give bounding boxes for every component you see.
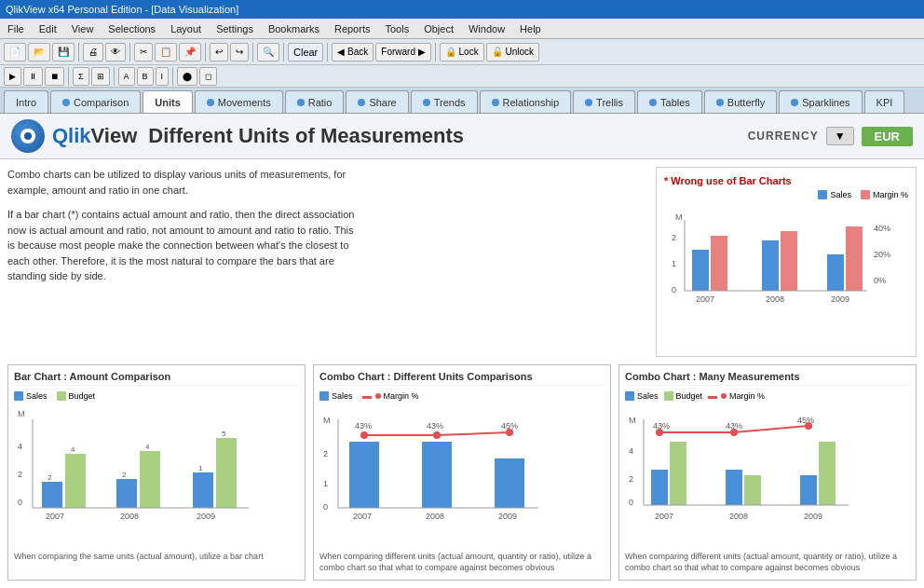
tab-sparklines[interactable]: Sparklines (779, 90, 862, 113)
menu-view[interactable]: View (64, 21, 102, 36)
paste-btn[interactable]: 📌 (179, 43, 201, 62)
tab-relationship[interactable]: Relationship (480, 90, 572, 113)
tab-sparklines-dot (791, 99, 798, 106)
tab-intro[interactable]: Intro (4, 90, 48, 113)
tab-share[interactable]: Share (346, 90, 408, 113)
menu-reports[interactable]: Reports (327, 21, 378, 36)
combo2-legend-margin-label: Margin % (729, 391, 765, 401)
search-btn[interactable]: 🔍 (257, 43, 279, 62)
bar-2008-sales (762, 240, 779, 291)
tb2-btn5[interactable]: ⊞ (91, 67, 110, 86)
tb2-btn3[interactable]: ⏹ (45, 67, 64, 86)
wrong-bar-chart: M 2 1 0 40% 20% 0% (664, 203, 906, 306)
intro-para2: If a bar chart (*) contains actual amoun… (7, 207, 361, 284)
brand-name: QlikView (52, 124, 137, 148)
svg-text:2008: 2008 (729, 512, 748, 521)
combo2-legend-sales-color (625, 391, 634, 401)
tab-movements-label: Movements (218, 97, 271, 108)
menu-tools[interactable]: Tools (377, 21, 416, 36)
menu-window[interactable]: Window (461, 21, 512, 36)
combo1-legend-margin: Margin % (362, 391, 419, 401)
undo-btn[interactable]: ↩ (210, 43, 228, 62)
combo2-legend-budget-label: Budget (676, 391, 703, 401)
unlock-btn[interactable]: 🔓 Unlock (486, 43, 539, 62)
cut-btn[interactable]: ✂ (134, 43, 153, 62)
tab-comparison-label: Comparison (74, 97, 129, 108)
new-btn[interactable]: 📄 (4, 43, 26, 62)
tab-tables-dot (649, 99, 657, 106)
svg-text:43%: 43% (653, 421, 670, 431)
tb2-btn7[interactable]: B (137, 67, 154, 86)
tab-trends[interactable]: Trends (411, 90, 478, 113)
svg-text:2: 2 (672, 233, 676, 242)
tb2-btn10[interactable]: ◻ (199, 67, 217, 86)
eye-inner (20, 129, 35, 144)
svg-text:0%: 0% (874, 276, 886, 285)
tb2-btn2[interactable]: ⏸ (23, 67, 43, 86)
combo2-legend-budget: Budget (664, 391, 703, 401)
svg-text:1: 1 (198, 464, 203, 472)
tb2-btn4[interactable]: Σ (73, 67, 89, 86)
tab-butterfly[interactable]: Butterfly (704, 90, 777, 113)
menu-help[interactable]: Help (512, 21, 549, 36)
combo2-legend-budget-color (664, 391, 673, 401)
tab-tables-label: Tables (660, 97, 690, 108)
svg-text:2009: 2009 (498, 512, 517, 521)
bar-legend-sales-color (14, 391, 23, 401)
menu-bar: File Edit View Selections Layout Setting… (0, 19, 924, 39)
sep6 (327, 43, 328, 62)
content-body: Combo charts can be utilized to display … (0, 159, 924, 364)
menu-bookmarks[interactable]: Bookmarks (261, 21, 327, 36)
combo1-legend-margin-dot (375, 393, 381, 399)
redo-btn[interactable]: ↪ (230, 43, 249, 62)
lock-btn[interactable]: 🔒 Lock (440, 43, 484, 62)
menu-edit[interactable]: Edit (32, 21, 64, 36)
copy-btn[interactable]: 📋 (155, 43, 177, 62)
combo-chart2-svg: M 4 2 0 43% 43% 45% (625, 403, 904, 547)
menu-object[interactable]: Object (416, 21, 461, 36)
svg-text:2: 2 (48, 473, 52, 482)
tab-kpi[interactable]: KPI (864, 90, 905, 113)
tab-movements[interactable]: Movements (195, 90, 283, 113)
tsep2 (114, 67, 115, 86)
print-btn[interactable]: 🖨 (83, 43, 103, 62)
svg-text:43%: 43% (355, 421, 372, 431)
menu-settings[interactable]: Settings (209, 21, 261, 36)
tb2-btn9[interactable]: ⬤ (177, 67, 197, 86)
preview-btn[interactable]: 👁 (105, 43, 126, 62)
svg-text:2008: 2008 (120, 512, 139, 521)
menu-layout[interactable]: Layout (163, 21, 209, 36)
forward-btn[interactable]: Forward ▶ (375, 43, 430, 62)
tab-units[interactable]: Units (143, 90, 193, 113)
svg-text:M: M (18, 409, 25, 418)
legend-margin-color (861, 190, 870, 199)
save-btn[interactable]: 💾 (52, 43, 75, 62)
currency-value: EUR (862, 127, 913, 146)
tab-comparison[interactable]: Comparison (50, 90, 141, 113)
bar-legend-budget-color (57, 391, 66, 401)
back-btn[interactable]: ◀ Back (332, 43, 374, 62)
svg-text:4: 4 (18, 442, 22, 451)
currency-dropdown[interactable]: ▼ (826, 127, 854, 145)
tb2-btn8[interactable]: I (156, 67, 170, 86)
menu-selections[interactable]: Selections (101, 21, 163, 36)
clear-btn[interactable]: Clear (288, 43, 323, 62)
tab-butterfly-dot (716, 99, 724, 106)
svg-rect-59 (670, 442, 686, 505)
svg-text:43%: 43% (427, 421, 443, 431)
svg-rect-40 (422, 442, 452, 508)
svg-rect-21 (140, 451, 160, 508)
menu-file[interactable]: File (0, 21, 32, 36)
open-btn[interactable]: 📂 (28, 43, 50, 62)
svg-text:0: 0 (672, 285, 676, 294)
tab-trellis[interactable]: Trellis (573, 90, 635, 113)
svg-text:2007: 2007 (655, 512, 673, 521)
bar-legend-sales-label: Sales (26, 391, 48, 401)
tb2-btn6[interactable]: A (118, 67, 135, 86)
tab-ratio[interactable]: Ratio (285, 90, 345, 113)
svg-text:0: 0 (323, 502, 328, 512)
tab-tables[interactable]: Tables (637, 90, 702, 113)
svg-point-44 (433, 431, 441, 439)
tb2-btn1[interactable]: ▶ (4, 67, 21, 86)
combo-chart1-svg: M 2 1 0 43% 43% 45% 2007 (319, 403, 599, 547)
